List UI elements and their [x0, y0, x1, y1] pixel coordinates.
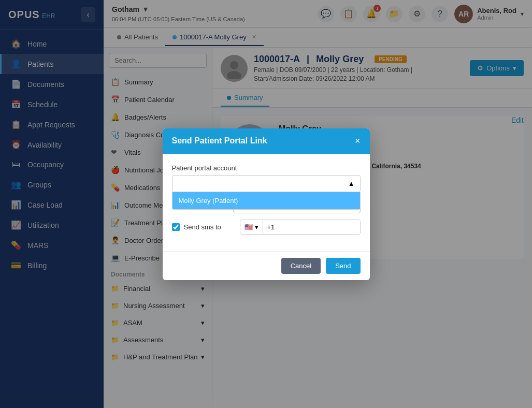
- send-portal-link-modal: Send Patient Portal Link × Patient porta…: [163, 128, 370, 280]
- dropdown-input[interactable]: ▲: [172, 175, 361, 192]
- send-sms-row: Send sms to 🇺🇸 ▾: [172, 220, 361, 235]
- modal-header: Send Patient Portal Link ×: [163, 128, 370, 154]
- modal-footer: Cancel Send: [163, 251, 370, 280]
- flag-select[interactable]: 🇺🇸 ▾: [240, 220, 263, 234]
- send-sms-label: Send sms to: [184, 223, 236, 231]
- cancel-button[interactable]: Cancel: [281, 258, 321, 274]
- flag-chevron: ▾: [255, 223, 258, 231]
- modal-overlay[interactable]: Send Patient Portal Link × Patient porta…: [0, 0, 532, 408]
- phone-number-input[interactable]: [263, 220, 360, 234]
- modal-close-button[interactable]: ×: [355, 136, 361, 147]
- modal-title: Send Patient Portal Link: [172, 136, 267, 145]
- phone-input-group: 🇺🇸 ▾: [240, 220, 361, 235]
- dropdown-option-molly-grey[interactable]: Molly Grey (Patient): [172, 192, 360, 209]
- send-sms-checkbox[interactable]: [172, 223, 180, 231]
- send-button[interactable]: Send: [326, 258, 360, 274]
- chevron-up-icon: ▲: [348, 180, 355, 187]
- dropdown-list: Molly Grey (Patient): [172, 192, 361, 210]
- portal-account-label: Patient portal account: [172, 164, 361, 172]
- flag-icon: 🇺🇸: [245, 223, 253, 231]
- portal-account-dropdown[interactable]: ▲ Molly Grey (Patient): [172, 175, 361, 192]
- modal-body: Patient portal account ▲ Molly Grey (Pat…: [163, 154, 370, 251]
